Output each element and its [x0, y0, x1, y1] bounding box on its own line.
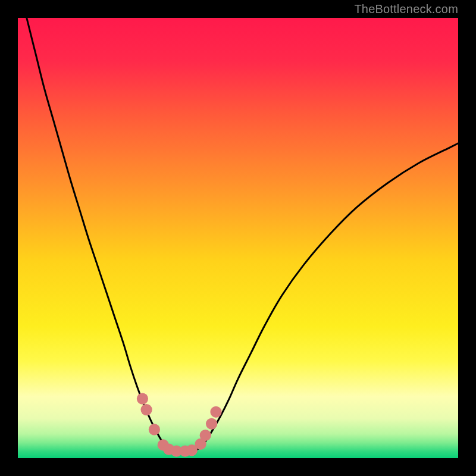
watermark-text: TheBottleneck.com	[354, 2, 458, 16]
curve-layer	[18, 18, 458, 458]
marker-point	[210, 406, 221, 418]
marker-point	[149, 424, 160, 435]
marker-point	[140, 404, 152, 415]
series-right-branch	[194, 143, 458, 452]
marker-point	[200, 430, 211, 441]
marker-point	[206, 418, 217, 430]
plot-area	[18, 18, 458, 458]
outer-frame: TheBottleneck.com	[0, 0, 476, 476]
marker-point	[137, 393, 148, 404]
series-left-branch	[27, 18, 172, 452]
